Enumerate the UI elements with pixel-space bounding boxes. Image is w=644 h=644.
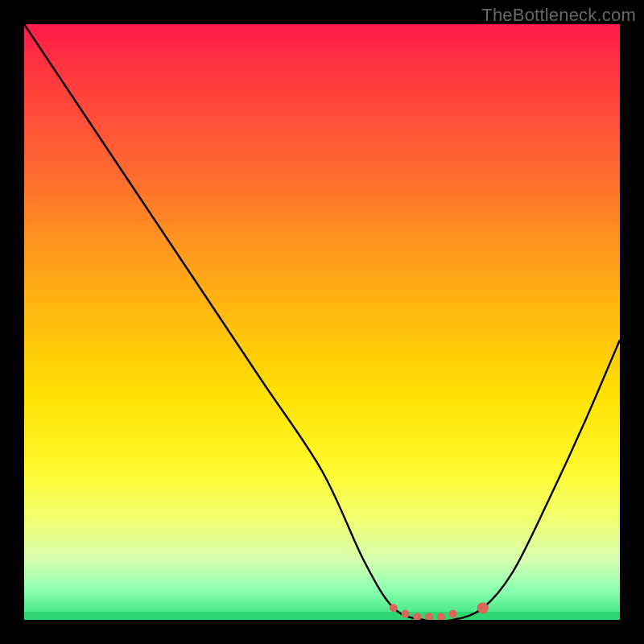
bottleneck-curve-path	[24, 24, 620, 620]
optimal-marker	[390, 604, 398, 612]
optimal-marker	[477, 602, 489, 613]
bottleneck-curve	[24, 24, 620, 620]
watermark-text: TheBottleneck.com	[481, 5, 636, 26]
chart-frame: TheBottleneck.com	[0, 0, 644, 644]
optimal-marker	[449, 610, 457, 618]
optimal-marker	[413, 613, 421, 620]
plot-area	[24, 24, 620, 620]
optimal-marker	[437, 613, 445, 620]
optimal-markers	[390, 602, 489, 620]
optimal-marker	[425, 613, 433, 620]
optimal-marker	[402, 610, 410, 618]
